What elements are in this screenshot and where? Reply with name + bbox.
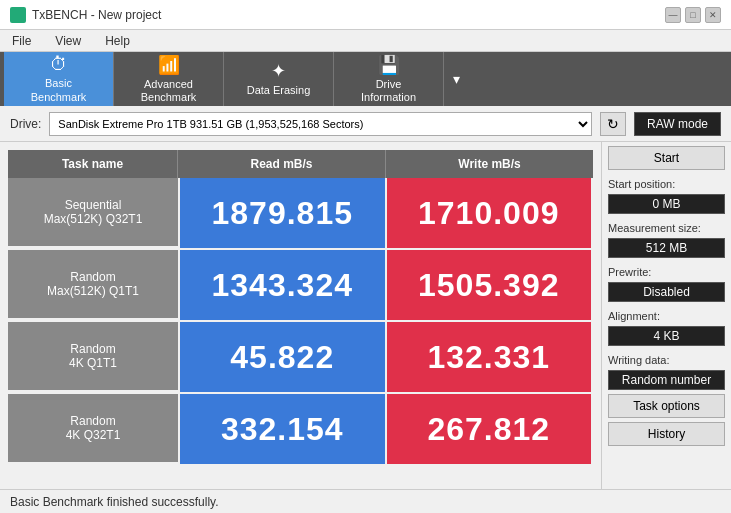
row-3-read: 45.822 [178, 322, 387, 392]
history-button[interactable]: History [608, 422, 725, 446]
benchmark-area: Task name Read mB/s Write mB/s Sequentia… [0, 142, 601, 489]
alignment-value: 4 KB [608, 326, 725, 346]
title-bar: TxBENCH - New project — □ ✕ [0, 0, 731, 30]
toolbar: ⏱ BasicBenchmark 📶 AdvancedBenchmark ✦ D… [0, 52, 731, 106]
drive-information-label: DriveInformation [361, 78, 416, 104]
measurement-size-value: 512 MB [608, 238, 725, 258]
task-options-button[interactable]: Task options [608, 394, 725, 418]
advanced-benchmark-label: AdvancedBenchmark [141, 78, 197, 104]
basic-benchmark-label: BasicBenchmark [31, 77, 87, 103]
menu-file[interactable]: File [8, 32, 35, 50]
app-icon [10, 7, 26, 23]
col-read: Read mB/s [178, 150, 386, 178]
row-3-name: Random4K Q1T1 [8, 322, 178, 392]
row-4-read: 332.154 [178, 394, 387, 464]
data-erasing-label: Data Erasing [247, 84, 311, 97]
row-2-name: RandomMax(512K) Q1T1 [8, 250, 178, 320]
toolbar-basic-benchmark[interactable]: ⏱ BasicBenchmark [4, 52, 114, 106]
basic-benchmark-icon: ⏱ [50, 54, 68, 75]
right-panel: Start Start position: 0 MB Measurement s… [601, 142, 731, 489]
prewrite-label: Prewrite: [608, 266, 725, 278]
maximize-button[interactable]: □ [685, 7, 701, 23]
row-4-write: 267.812 [387, 394, 594, 464]
toolbar-data-erasing[interactable]: ✦ Data Erasing [224, 52, 334, 106]
start-position-label: Start position: [608, 178, 725, 190]
col-write: Write mB/s [386, 150, 593, 178]
menu-bar: File View Help [0, 30, 731, 52]
title-bar-controls: — □ ✕ [665, 7, 721, 23]
row-4-name: Random4K Q32T1 [8, 394, 178, 464]
start-button[interactable]: Start [608, 146, 725, 170]
raw-mode-button[interactable]: RAW mode [634, 112, 721, 136]
alignment-label: Alignment: [608, 310, 725, 322]
row-3-write: 132.331 [387, 322, 594, 392]
status-bar: Basic Benchmark finished successfully. [0, 489, 731, 513]
toolbar-dropdown[interactable]: ▾ [444, 52, 468, 106]
row-2-write: 1505.392 [387, 250, 594, 320]
drive-refresh-button[interactable]: ↻ [600, 112, 626, 136]
writing-data-value: Random number [608, 370, 725, 390]
advanced-benchmark-icon: 📶 [158, 54, 180, 76]
benchmark-row-2: RandomMax(512K) Q1T1 1343.324 1505.392 [8, 250, 593, 322]
drive-bar: Drive: SanDisk Extreme Pro 1TB 931.51 GB… [0, 106, 731, 142]
measurement-size-label: Measurement size: [608, 222, 725, 234]
menu-help[interactable]: Help [101, 32, 134, 50]
toolbar-drive-information[interactable]: 💾 DriveInformation [334, 52, 444, 106]
benchmark-row-1: SequentialMax(512K) Q32T1 1879.815 1710.… [8, 178, 593, 250]
drive-label: Drive: [10, 117, 41, 131]
status-message: Basic Benchmark finished successfully. [10, 495, 219, 509]
row-1-write: 1710.009 [387, 178, 594, 248]
benchmark-row-3: Random4K Q1T1 45.822 132.331 [8, 322, 593, 394]
title-bar-left: TxBENCH - New project [10, 7, 161, 23]
minimize-button[interactable]: — [665, 7, 681, 23]
col-task-name: Task name [8, 150, 178, 178]
close-button[interactable]: ✕ [705, 7, 721, 23]
start-position-value: 0 MB [608, 194, 725, 214]
window-title: TxBENCH - New project [32, 8, 161, 22]
writing-data-label: Writing data: [608, 354, 725, 366]
toolbar-advanced-benchmark[interactable]: 📶 AdvancedBenchmark [114, 52, 224, 106]
benchmark-row-4: Random4K Q32T1 332.154 267.812 [8, 394, 593, 466]
drive-select[interactable]: SanDisk Extreme Pro 1TB 931.51 GB (1,953… [49, 112, 592, 136]
row-1-name: SequentialMax(512K) Q32T1 [8, 178, 178, 248]
main-area: Task name Read mB/s Write mB/s Sequentia… [0, 142, 731, 489]
drive-information-icon: 💾 [378, 54, 400, 76]
benchmark-header: Task name Read mB/s Write mB/s [8, 150, 593, 178]
data-erasing-icon: ✦ [271, 60, 286, 82]
menu-view[interactable]: View [51, 32, 85, 50]
row-1-read: 1879.815 [178, 178, 387, 248]
row-2-read: 1343.324 [178, 250, 387, 320]
prewrite-value: Disabled [608, 282, 725, 302]
